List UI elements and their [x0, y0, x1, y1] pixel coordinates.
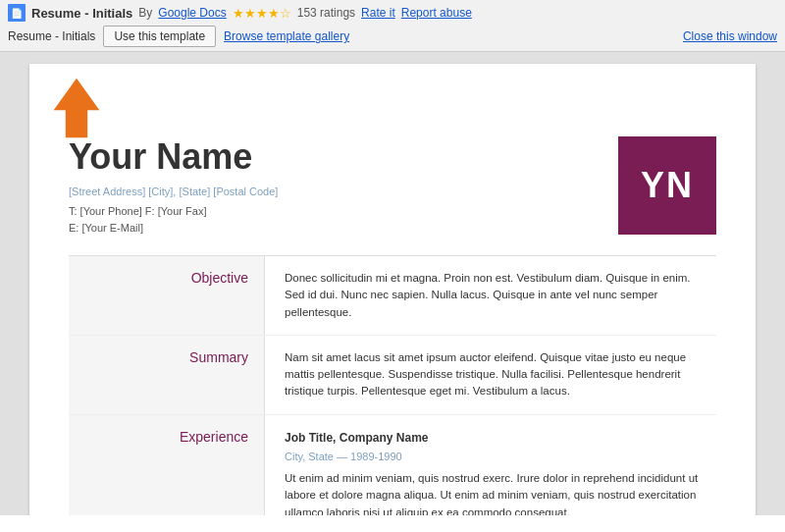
svg-marker-0: [54, 79, 100, 138]
ratings-count: 153 ratings: [297, 6, 355, 20]
resume-sections: Objective Donec sollicitudin mi et magna…: [69, 255, 716, 515]
doc-icon: 📄: [8, 4, 26, 22]
objective-row: Objective Donec sollicitudin mi et magna…: [69, 256, 716, 336]
summary-label: Summary: [189, 349, 248, 365]
job-subtitle: City, State — 1989-1990: [285, 449, 708, 465]
doc-subtitle: Resume - Initials: [8, 29, 95, 43]
doc-page: Your Name [Street Address] [City], [Stat…: [29, 64, 756, 515]
by-label: By: [138, 6, 152, 20]
experience-label: Experience: [180, 429, 248, 445]
browse-gallery-link[interactable]: Browse template gallery: [224, 29, 349, 43]
action-left: Resume - Initials Use this template Brow…: [8, 26, 349, 47]
top-bar: 📄 Resume - Initials By Google Docs ★★★★☆…: [0, 0, 785, 52]
address-line: [Street Address] [City], [State] [Postal…: [69, 186, 278, 197]
summary-text: Nam sit amet lacus sit amet ipsum auctor…: [285, 351, 686, 398]
title-row: 📄 Resume - Initials By Google Docs ★★★★☆…: [8, 4, 777, 22]
resume-header: Your Name [Street Address] [City], [Stat…: [69, 136, 716, 236]
summary-content: Nam sit amet lacus sit amet ipsum auctor…: [265, 336, 716, 414]
experience-label-cell: Experience: [69, 415, 265, 516]
objective-label: Objective: [191, 270, 248, 286]
use-template-button[interactable]: Use this template: [103, 26, 216, 47]
phone-line: T: [Your Phone] F: [Your Fax]: [69, 203, 278, 220]
experience-row: Experience Job Title, Company Name City,…: [69, 415, 716, 516]
experience-content: Job Title, Company Name City, State — 19…: [265, 415, 716, 516]
preview-area: Your Name [Street Address] [City], [Stat…: [0, 52, 785, 515]
objective-label-cell: Objective: [69, 256, 265, 335]
experience-text: Ut enim ad minim veniam, quis nostrud ex…: [285, 470, 708, 515]
doc-title: Resume - Initials: [31, 6, 132, 21]
initials-text: YN: [641, 165, 694, 206]
arrow-container: [47, 74, 106, 145]
objective-text: Donec sollicitudin mi et magna. Proin no…: [285, 272, 691, 318]
job-title: Job Title, Company Name: [285, 429, 708, 447]
objective-content: Donec sollicitudin mi et magna. Proin no…: [265, 256, 716, 335]
summary-label-cell: Summary: [69, 336, 265, 414]
rate-link[interactable]: Rate it: [361, 6, 395, 20]
close-window-link[interactable]: Close this window: [683, 29, 777, 43]
star-rating: ★★★★☆: [233, 6, 291, 21]
report-abuse-link[interactable]: Report abuse: [401, 6, 472, 20]
name-block: Your Name [Street Address] [City], [Stat…: [69, 136, 278, 236]
email-line: E: [Your E-Mail]: [69, 220, 278, 237]
initials-block: YN: [618, 136, 716, 235]
up-arrow-icon: [47, 74, 106, 142]
action-row: Resume - Initials Use this template Brow…: [8, 26, 777, 51]
summary-row: Summary Nam sit amet lacus sit amet ipsu…: [69, 336, 716, 415]
author-link[interactable]: Google Docs: [158, 6, 226, 20]
